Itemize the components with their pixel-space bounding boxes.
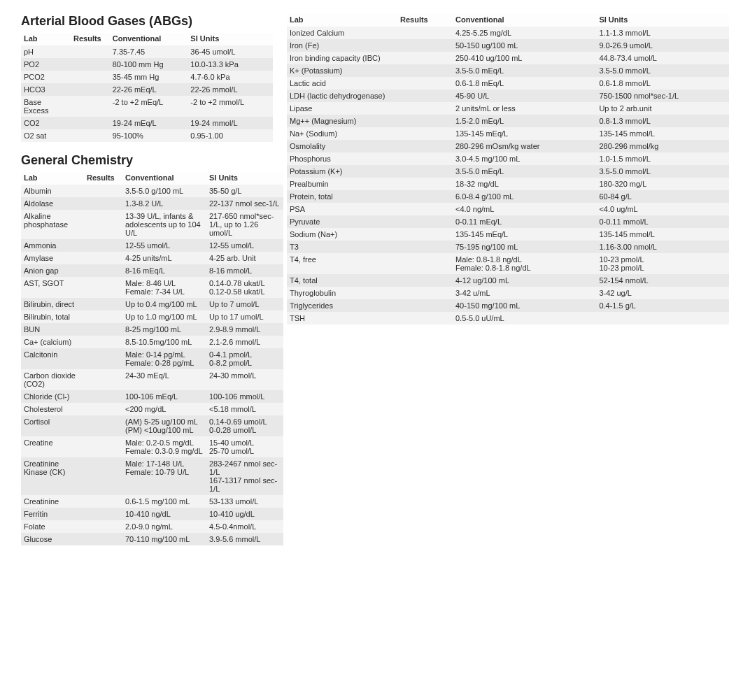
cell-lab: PCO2 <box>21 71 71 83</box>
cell-res <box>84 403 122 415</box>
table-row: Creatinine0.6-1.5 mg/100 mL53-133 umol/L <box>21 495 283 508</box>
cell-lab: Creatine <box>21 436 84 457</box>
table-row: Prealbumin18-32 mg/dL180-320 mg/L <box>287 178 729 190</box>
cell-si: 1.16-3.00 nmol/L <box>596 241 729 253</box>
cell-si: 0.14-0.78 ukat/L0.12-0.58 ukat/L <box>206 277 283 298</box>
cell-res <box>397 127 453 140</box>
table-row: Bilirubin, totalUp to 1.0 mg/100 mLUp to… <box>21 310 283 323</box>
col-si: SI Units <box>187 33 273 45</box>
cell-si: 12-55 umol/L <box>206 239 283 252</box>
cell-conv: 3.0-4.5 mg/100 mL <box>453 152 596 165</box>
cell-si: 3.9-5.6 mmol/L <box>206 533 283 545</box>
right-column: Lab Results Conventional SI Units Ionize… <box>287 14 729 557</box>
cell-conv: 3.5-5.0 mEq/L <box>453 64 596 77</box>
cell-lab: Folate <box>21 520 84 533</box>
cell-lab: Creatinine <box>21 495 84 508</box>
cell-conv: 18-32 mg/dL <box>453 178 596 190</box>
cell-res <box>84 277 122 298</box>
cell-res <box>84 210 122 239</box>
col-results: Results <box>71 33 110 45</box>
cell-res <box>397 228 453 241</box>
cell-si: 44.8-73.4 umol/L <box>596 52 729 64</box>
cell-lab: TSH <box>287 312 397 324</box>
cell-lab: K+ (Potassium) <box>287 64 397 77</box>
cell-res <box>84 239 122 252</box>
cell-lab: T3 <box>287 241 397 253</box>
cell-conv: 3.5-5.0 g/100 mL <box>122 185 206 197</box>
cell-lab: LDH (lactic dehydrogenase) <box>287 90 397 102</box>
table-row: Anion gap8-16 mEq/L8-16 mmol/L <box>21 264 283 277</box>
cell-lab: Creatinine Kinase (CK) <box>21 457 84 495</box>
cell-si: Up to 7 umol/L <box>206 298 283 310</box>
table-row: Cholesterol<200 mg/dL<5.18 mmol/L <box>21 403 283 415</box>
table-row: Potassium (K+)3.5-5.0 mEq/L3.5-5.0 mmol/… <box>287 165 729 178</box>
table-row: Ionized Calcium4.25-5.25 mg/dL1.1-1.3 mm… <box>287 27 729 39</box>
cell-res <box>397 102 453 115</box>
cell-conv: 250-410 ug/100 mL <box>453 52 596 64</box>
cell-conv: 1.3-8.2 U/L <box>122 197 206 210</box>
cell-si: <4.0 ug/mL <box>596 203 729 215</box>
cell-res <box>397 52 453 64</box>
cell-lab: Lipase <box>287 102 397 115</box>
cell-lab: Ammonia <box>21 239 84 252</box>
table-row: HCO322-26 mEq/L22-26 mmol/L <box>21 83 273 96</box>
cell-lab: T4, total <box>287 274 397 287</box>
cell-res <box>397 287 453 299</box>
table-row: Base Excess-2 to +2 mEq/L-2 to +2 mmol/L <box>21 96 273 117</box>
table-row: PO280-100 mm Hg10.0-13.3 kPa <box>21 58 273 71</box>
cell-lab: Alkaline phosphatase <box>21 210 84 239</box>
cell-lab: Prealbumin <box>287 178 397 190</box>
cell-conv: Male: 8-46 U/LFemale: 7-34 U/L <box>122 277 206 298</box>
table-row: Lipase2 units/mL or lessUp to 2 arb.unit <box>287 102 729 115</box>
table-row: CO219-24 mEq/L19-24 mmol/L <box>21 117 273 129</box>
cell-si: 22-137 nmol sec-1/L <box>206 197 283 210</box>
cell-si: 9.0-26.9 umol/L <box>596 39 729 52</box>
lab-reference-page: Arterial Blood Gases (ABGs) Lab Results … <box>0 0 743 585</box>
cell-si: 135-145 mmol/L <box>596 127 729 140</box>
cell-conv: 0.5-5.0 uU/mL <box>453 312 596 324</box>
cell-lab: Albumin <box>21 185 84 197</box>
cell-res <box>84 520 122 533</box>
cell-si: 3.5-5.0 mmol/L <box>596 165 729 178</box>
cell-lab: Calcitonin <box>21 348 84 369</box>
cell-conv: 19-24 mEq/L <box>110 117 188 129</box>
cell-res <box>84 508 122 520</box>
cell-res <box>71 45 110 58</box>
cell-lab: T4, free <box>287 253 397 274</box>
cell-si: 35-50 g/L <box>206 185 283 197</box>
abg-header-row: Lab Results Conventional SI Units <box>21 33 273 45</box>
cell-lab: Na+ (Sodium) <box>287 127 397 140</box>
cell-conv: 80-100 mm Hg <box>110 58 188 71</box>
cell-lab: Phosphorus <box>287 152 397 165</box>
cell-conv: 12-55 umol/L <box>122 239 206 252</box>
left-column: Arterial Blood Gases (ABGs) Lab Results … <box>21 14 273 557</box>
cell-res <box>84 533 122 545</box>
cell-conv: Up to 0.4 mg/100 mL <box>122 298 206 310</box>
cell-lab: Iron (Fe) <box>287 39 397 52</box>
cell-conv: Male: 0.2-0.5 mg/dLFemale: 0.3-0.9 mg/dL <box>122 436 206 457</box>
cell-lab: HCO3 <box>21 83 71 96</box>
table-row: Folate2.0-9.0 ng/mL4.5-0.4nmol/L <box>21 520 283 533</box>
cell-conv: 13-39 U/L, infants & adolescents up to 1… <box>122 210 206 239</box>
cell-si: -2 to +2 mmol/L <box>187 96 273 117</box>
cell-conv: 2.0-9.0 ng/mL <box>122 520 206 533</box>
cell-lab: Iron binding capacity (IBC) <box>287 52 397 64</box>
cell-res <box>71 96 110 117</box>
cell-lab: Cholesterol <box>21 403 84 415</box>
cell-conv: 10-410 ng/dL <box>122 508 206 520</box>
cell-si: 3-42 ug/L <box>596 287 729 299</box>
col-results: Results <box>84 172 122 185</box>
table-row: Phosphorus3.0-4.5 mg/100 mL1.0-1.5 mmol/… <box>287 152 729 165</box>
cell-lab: Anion gap <box>21 264 84 277</box>
cell-res <box>71 129 110 142</box>
cell-lab: Protein, total <box>287 190 397 203</box>
cell-lab: Ca+ (calcium) <box>21 336 84 348</box>
cell-conv: 280-296 mOsm/kg water <box>453 140 596 152</box>
table-row: Iron (Fe)50-150 ug/100 mL9.0-26.9 umol/L <box>287 39 729 52</box>
cell-si: 15-40 umol/L25-70 umol/L <box>206 436 283 457</box>
cell-conv: 35-45 mm Hg <box>110 71 188 83</box>
cell-res <box>71 83 110 96</box>
table-row: LDH (lactic dehydrogenase)45-90 U/L750-1… <box>287 90 729 102</box>
cell-conv: 4-25 units/mL <box>122 252 206 264</box>
cell-si: 0-4.1 pmol/L0-8.2 pmol/L <box>206 348 283 369</box>
